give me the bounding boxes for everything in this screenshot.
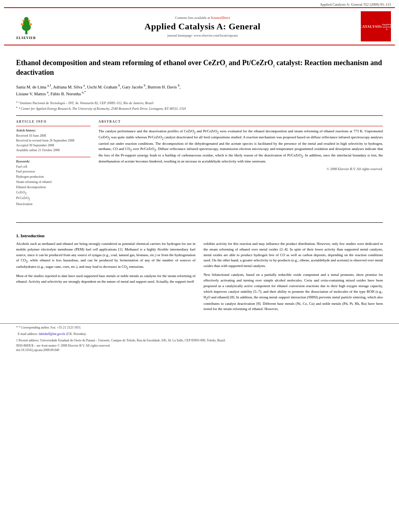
footnotes: * * Corresponding author. Fax: +55 21 21… bbox=[0, 323, 399, 352]
email-link[interactable]: fabiobell@int.gov.br bbox=[39, 332, 65, 336]
intro-para2: Most of the studies reported to date hav… bbox=[16, 273, 195, 285]
available-date: Available online 21 October 2008 bbox=[16, 148, 90, 153]
article-info-label: ARTICLE INFO bbox=[16, 120, 90, 123]
article-section: Ethanol decomposition and steam reformin… bbox=[0, 45, 399, 111]
journal-citation: Applied Catalysis A: General 352 (2009) … bbox=[320, 2, 391, 6]
article-title: Ethanol decomposition and steam reformin… bbox=[16, 58, 383, 78]
abstract-text: The catalyst performance and the deactiv… bbox=[99, 129, 383, 165]
abstract-col: ABSTRACT The catalyst performance and th… bbox=[99, 120, 383, 211]
abstract-label: ABSTRACT bbox=[99, 120, 383, 123]
elsevier-brand: ELSEVIER bbox=[16, 36, 36, 40]
sciencedirect-link[interactable]: ScienceDirect bbox=[211, 16, 230, 20]
history-label: Article history: bbox=[16, 129, 90, 132]
elsevier-logo: ELSEVIER bbox=[8, 13, 44, 40]
email-footnote: E-mail address: fabiobell@int.gov.br (F.… bbox=[16, 332, 383, 337]
received-date: Received 10 June 2008 bbox=[16, 134, 90, 138]
svg-point-4 bbox=[21, 23, 23, 25]
journal-center: Contents lists available at ScienceDirec… bbox=[44, 16, 361, 37]
contents-line: Contents lists available at ScienceDirec… bbox=[44, 16, 361, 20]
svg-point-3 bbox=[24, 17, 29, 21]
journal-cover-thumbnail: CATALYSIS Applied Catalysis A bbox=[361, 11, 391, 41]
accepted-date: Accepted 30 September 2008 bbox=[16, 143, 90, 148]
volume-info: Applied Catalysis A: General 352 (2009) … bbox=[0, 0, 399, 7]
copyright-line: © 2008 Elsevier B.V. All rights reserved… bbox=[99, 167, 383, 171]
intro-para4: New bifunctional catalysts, based on a p… bbox=[204, 272, 383, 312]
intro-left-col: Alcohols such as methanol and ethanol ar… bbox=[16, 241, 195, 316]
intro-body-columns: Alcohols such as methanol and ethanol ar… bbox=[16, 241, 383, 316]
intro-para1: Alcohols such as methanol and ethanol ar… bbox=[16, 241, 195, 271]
authors-line: Sania M. de Lima a,1, Adriana M. Silva a… bbox=[16, 83, 383, 97]
corresponding-author: * * Corresponding author. Fax: +55 21 21… bbox=[16, 325, 383, 330]
intro-para3: exhibits activity for this reaction and … bbox=[204, 241, 383, 269]
svg-point-7 bbox=[28, 20, 30, 22]
journal-title: Applied Catalysis A: General bbox=[44, 21, 361, 32]
page: Applied Catalysis A: General 352 (2009) … bbox=[0, 0, 399, 532]
intro-section-title: 1. Introduction bbox=[16, 233, 383, 238]
intro-right-col: exhibits activity for this reaction and … bbox=[204, 241, 383, 316]
keywords-block: Keywords: Fuel cell Fuel processor Hydro… bbox=[16, 157, 90, 207]
introduction-section: 1. Introduction Alcohols such as methano… bbox=[0, 227, 399, 320]
svg-point-6 bbox=[22, 20, 24, 22]
abstract-content: The catalyst performance and the deactiv… bbox=[99, 126, 383, 171]
info-abstract-section: ARTICLE INFO Article history: Received 1… bbox=[0, 120, 399, 211]
elsevier-tree-icon bbox=[15, 13, 37, 35]
journal-banner: ELSEVIER Contents lists available at Sci… bbox=[4, 7, 395, 45]
article-history-block: Article history: Received 10 June 2008 R… bbox=[16, 126, 90, 153]
journal-homepage: journal homepage: www.elsevier.com/locat… bbox=[44, 33, 361, 37]
revised-date: Received in revised form 26 September 20… bbox=[16, 138, 90, 143]
body-divider bbox=[16, 222, 383, 223]
footnote-1: 1 Present address: Universidade Estadual… bbox=[16, 338, 383, 343]
svg-point-5 bbox=[29, 23, 32, 25]
article-info-col: ARTICLE INFO Article history: Received 1… bbox=[16, 120, 90, 211]
keywords-list: Fuel cell Fuel processor Hydrogen produc… bbox=[16, 164, 90, 207]
affiliations: a ª Instituto Nacional de Tecnologia – I… bbox=[16, 100, 383, 111]
issn-line: 0926-860X/$ – see front matter © 2008 El… bbox=[16, 344, 383, 347]
doi-line: doi:10.1016/j.apcata.2008.09.040 bbox=[16, 348, 383, 352]
section-divider bbox=[16, 115, 383, 116]
keywords-label: Keywords: bbox=[16, 160, 90, 163]
